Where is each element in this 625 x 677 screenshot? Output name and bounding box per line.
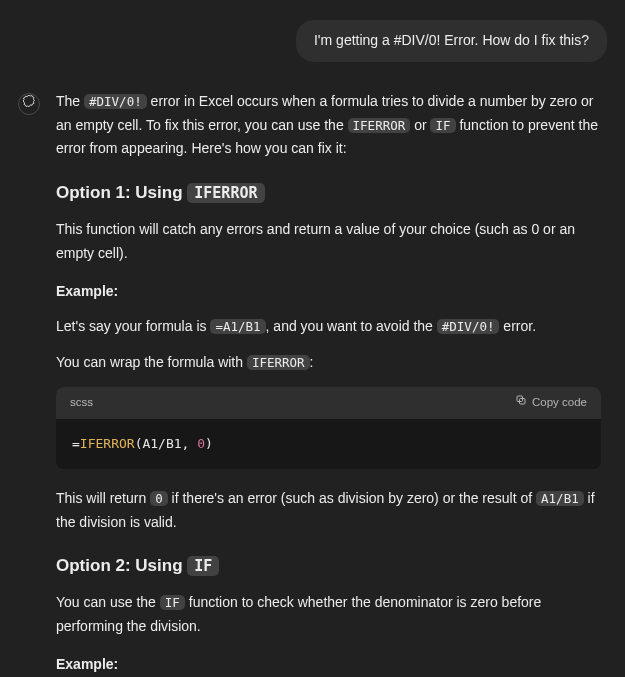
text: Let's say your formula is — [56, 318, 210, 334]
inline-code-a1b1: A1/B1 — [536, 491, 584, 506]
option1-heading: Option 1: Using IFERROR — [56, 179, 601, 208]
assistant-message-row: The #DIV/0! error in Excel occurs when a… — [18, 90, 607, 677]
code-token: A1/B1 — [142, 436, 181, 451]
text: You can wrap the formula with — [56, 354, 247, 370]
inline-code-zero: 0 — [150, 491, 168, 506]
inline-code-formula: =A1/B1 — [210, 319, 265, 334]
openai-logo-icon — [22, 92, 36, 116]
example-label: Example: — [56, 653, 601, 677]
copy-code-label: Copy code — [532, 393, 587, 413]
user-message-row: I'm getting a #DIV/0! Error. How do I fi… — [18, 20, 607, 62]
code-token: , — [182, 436, 198, 451]
heading-code-iferror: IFERROR — [187, 183, 264, 203]
option1-wrap-sentence: You can wrap the formula with IFERROR: — [56, 351, 601, 375]
code-header: scss Copy code — [56, 387, 601, 419]
text: You can use the — [56, 594, 160, 610]
copy-icon — [515, 393, 527, 413]
text: , and you want to avoid the — [266, 318, 437, 334]
code-token-fn: IFERROR — [80, 436, 135, 451]
inline-code-iferror: IFERROR — [348, 118, 411, 133]
code-token: = — [72, 436, 80, 451]
code-lang-label: scss — [70, 393, 93, 413]
option2-description: You can use the IF function to check whe… — [56, 591, 601, 639]
user-message-text: I'm getting a #DIV/0! Error. How do I fi… — [314, 32, 589, 48]
text: or — [410, 117, 430, 133]
inline-code-if: IF — [160, 595, 185, 610]
inline-code-iferror: IFERROR — [247, 355, 310, 370]
option2-heading: Option 2: Using IF — [56, 552, 601, 581]
text: The — [56, 93, 84, 109]
text: This will return — [56, 490, 150, 506]
heading-text: Option 2: Using — [56, 556, 187, 575]
intro-paragraph: The #DIV/0! error in Excel occurs when a… — [56, 90, 601, 161]
example-label: Example: — [56, 280, 601, 304]
inline-code-div0: #DIV/0! — [84, 94, 147, 109]
code-body[interactable]: =IFERROR(A1/B1, 0) — [56, 419, 601, 469]
inline-code-if: IF — [430, 118, 455, 133]
user-message-bubble: I'm getting a #DIV/0! Error. How do I fi… — [296, 20, 607, 62]
text: : — [310, 354, 314, 370]
text: error. — [499, 318, 536, 334]
assistant-content: The #DIV/0! error in Excel occurs when a… — [56, 90, 607, 677]
copy-code-button[interactable]: Copy code — [515, 393, 587, 413]
assistant-avatar — [18, 93, 40, 115]
option1-example-sentence: Let's say your formula is =A1/B1, and yo… — [56, 315, 601, 339]
text: if there's an error (such as division by… — [168, 490, 536, 506]
option1-description: This function will catch any errors and … — [56, 218, 601, 266]
heading-code-if: IF — [187, 556, 219, 576]
code-block-1: scss Copy code =IFERROR(A1/B1, 0) — [56, 387, 601, 469]
code-token: ) — [205, 436, 213, 451]
code-token-num: 0 — [197, 436, 205, 451]
option1-after: This will return 0 if there's an error (… — [56, 487, 601, 535]
heading-text: Option 1: Using — [56, 183, 187, 202]
inline-code-div0: #DIV/0! — [437, 319, 500, 334]
